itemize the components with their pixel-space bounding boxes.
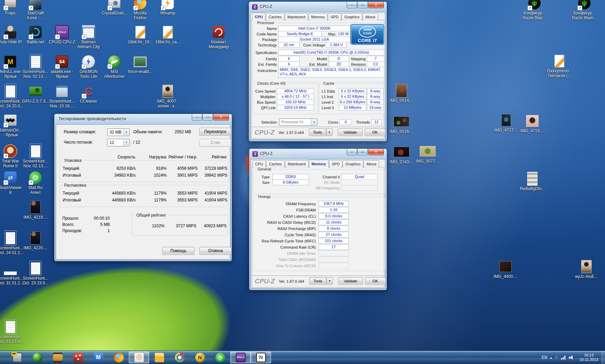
tab-memory-cpu[interactable]: CPU bbox=[252, 160, 266, 168]
desktop-icon-16bitfm-file1[interactable]: 16bit.fm_19... bbox=[126, 25, 155, 44]
volume-icon[interactable] bbox=[569, 355, 574, 360]
desktop-icon-screenhunter-nov10[interactable]: ScreenHunt... Nov. 10 16.... bbox=[48, 84, 76, 108]
taskbar-button-mailru-agent[interactable]: @ bbox=[210, 352, 230, 363]
img-0077-icon bbox=[420, 144, 436, 158]
desktop-icon-razer-mamba-config[interactable]: ψКонфигур... Razer Mam... bbox=[570, 0, 599, 20]
desktop-icon-16bitfm-file2[interactable]: 16bit.fm_ca... bbox=[153, 25, 182, 44]
cancel-button[interactable]: Отмена bbox=[199, 247, 232, 255]
desktop-icon-aida64[interactable]: 64aida64.exe - Ярлык bbox=[48, 54, 76, 79]
desktop-icon-img-4727[interactable]: IMG_4727.... bbox=[492, 113, 521, 133]
desktop-icon-wyjc-atue[interactable]: wyJc-AtuE... bbox=[572, 259, 601, 279]
desktop-icon-connect-manager[interactable]: Коннект Менеджер bbox=[204, 25, 233, 49]
desktop-icon-battlenet[interactable]: Battle.net bbox=[21, 25, 50, 44]
hidden-icons-arrow-icon[interactable]: ▴ bbox=[550, 355, 552, 360]
desktop-icon-img-0014[interactable]: IMG_0014.... bbox=[387, 83, 416, 103]
close-button[interactable]: × bbox=[368, 2, 384, 8]
validate-button[interactable]: Validate bbox=[338, 128, 363, 136]
ok-button[interactable]: OK bbox=[365, 128, 385, 136]
minimize-button[interactable]: – bbox=[347, 2, 357, 8]
tools-button[interactable]: Tools bbox=[309, 128, 326, 136]
desktop-icon-batman-arkham-city[interactable]: Batman Arkham City bbox=[74, 25, 103, 49]
tab-cpu-cpu[interactable]: CPU bbox=[252, 13, 265, 21]
show-desktop-button[interactable] bbox=[602, 351, 605, 364]
minimize-button[interactable]: – bbox=[347, 149, 357, 155]
desktop-icon-msi-afterburner[interactable]: MSI Afterburner bbox=[100, 54, 129, 79]
desktop-icon-rw6a9gdfo[interactable]: Rw6a9gDfo... bbox=[518, 171, 547, 191]
desktop-icon-img-4400[interactable]: IMG_4400.... bbox=[491, 259, 520, 279]
tab-memory-memory[interactable]: Memory bbox=[309, 160, 329, 168]
maximize-button[interactable]: □ bbox=[357, 2, 368, 8]
taskbar-button-webcam-sphere[interactable] bbox=[27, 352, 48, 363]
desktop-icon-crystaldiskinfo[interactable]: CrystalDiskI... bbox=[100, 0, 129, 15]
batman-arkham-city-icon bbox=[81, 25, 96, 39]
tools-dropdown-button[interactable]: ▼ bbox=[326, 277, 333, 285]
desktop-icon-ccleaner[interactable]: CCCleaner bbox=[74, 84, 103, 104]
tab-memory-caches[interactable]: Caches bbox=[266, 160, 284, 168]
tab-cpu-spd[interactable]: SPD bbox=[328, 13, 341, 21]
desktop-icon-razer-blackwidow-config[interactable]: ψКонфигур... Razer Blac... bbox=[520, 0, 549, 20]
desktop-icon-screenhunter-oct31-2[interactable]: ScreenHunt... Oct. 31 01.4... bbox=[0, 320, 25, 344]
threads-select[interactable]: 12 ▼ bbox=[107, 139, 130, 146]
tab-memory-spd[interactable]: SPD bbox=[329, 160, 343, 168]
screenhunter-oct24-2-icon bbox=[2, 231, 18, 245]
tab-cpu-about[interactable]: About bbox=[363, 13, 378, 21]
desktop-icon-img-4007[interactable]: IMG_4007 - копия - к... bbox=[153, 84, 182, 108]
tab-memory-graphics[interactable]: Graphics bbox=[343, 160, 363, 168]
selection-select[interactable]: Processor #1 ▼ bbox=[279, 118, 317, 126]
minimize-button[interactable]: – bbox=[192, 114, 202, 121]
desktop-icon-mozilla-firefox[interactable]: Mozilla Firefox bbox=[126, 0, 155, 20]
desktop-icon-img-4219[interactable]: IMG_4219.... bbox=[21, 200, 50, 220]
tab-memory-mainboard[interactable]: Mainboard bbox=[285, 160, 309, 168]
taskbar-button-mediaget[interactable]: M bbox=[88, 352, 108, 363]
desktop-icon-daemon-tools-lite[interactable]: DAEMON Tools Lite bbox=[74, 54, 103, 79]
desktop-icon-screenhunter-nov02-2[interactable]: ScreenHunt... Nov. 02 13.... bbox=[21, 144, 50, 168]
network-icon[interactable] bbox=[561, 356, 566, 360]
desktop-icon-screenhunter-oct23[interactable]: ScreenHunt... Oct. 23 23.5... bbox=[21, 261, 50, 285]
desktop-icon-batman-origins[interactable]: BatmanOri... - Ярлык bbox=[0, 113, 25, 137]
taskbar-button-chrome[interactable] bbox=[169, 352, 190, 363]
taskbar-button-hand-tool[interactable] bbox=[129, 352, 149, 363]
close-button[interactable]: × bbox=[213, 114, 229, 121]
desktop-icon-img-2143[interactable]: IMG_2143.... bbox=[387, 145, 416, 164]
tab-cpu-graphics[interactable]: Graphics bbox=[342, 13, 362, 21]
dict-size-select[interactable]: 32 MB ▼ bbox=[107, 128, 130, 136]
tab-memory-about[interactable]: About bbox=[364, 160, 379, 168]
restart-button[interactable]: Перезапуск bbox=[199, 128, 231, 136]
tab-cpu-memory[interactable]: Memory bbox=[309, 13, 328, 21]
desktop-icon-mailru-agent[interactable]: @Mail.Ru Агент bbox=[21, 170, 50, 195]
desktop-icon-screenhunter-nov02-1[interactable]: ScreenHunt... Nov. 02 13.... bbox=[21, 54, 50, 79]
taskbar-button-firefox[interactable] bbox=[108, 352, 129, 363]
desktop-icon-img-0016[interactable]: IMG_0016.... bbox=[387, 114, 416, 134]
desktop-icon-winamp[interactable]: Winamp bbox=[153, 0, 182, 15]
action-center-icon[interactable]: ⚐ bbox=[555, 355, 558, 360]
taskbar-clock[interactable]: 16:13 10.11.2013 bbox=[577, 353, 601, 362]
taskbar-button-windows-explorer[interactable] bbox=[149, 352, 169, 363]
maximize-button[interactable]: □ bbox=[357, 149, 368, 155]
tools-button[interactable]: Tools bbox=[309, 277, 326, 285]
language-indicator[interactable]: EN bbox=[542, 355, 547, 360]
taskbar-button-cpuz[interactable]: CPU-Z bbox=[230, 352, 251, 363]
taskbar-button-film-app[interactable] bbox=[48, 352, 68, 363]
tools-dropdown-button[interactable]: ▼ bbox=[326, 128, 333, 136]
stop-button[interactable]: Стоп bbox=[199, 139, 231, 147]
desktop-icon-img-0077[interactable]: IMG_0077.... bbox=[413, 144, 442, 164]
taskbar-button-sevenzip[interactable]: 7z bbox=[251, 352, 271, 363]
desktop-icon-img-4719[interactable]: IMG_4719.... bbox=[518, 114, 547, 133]
desktop-icon-starcraft2[interactable]: StarCraft II.exe - ... bbox=[21, 0, 50, 20]
desktop-icon-gpuz[interactable]: GPU-Z.0.7.3... bbox=[21, 84, 50, 104]
tab-cpu-caches[interactable]: Caches bbox=[266, 13, 284, 21]
bench-group-compress: УпаковкаТекущий6253 KB/s918%4056 MIPS372… bbox=[60, 160, 228, 182]
desktop-icon-force-enable[interactable]: force-enabl... bbox=[126, 54, 155, 74]
taskbar-button-norton[interactable]: N bbox=[190, 352, 210, 363]
desktop-icon-img-4220[interactable]: IMG_4220.... bbox=[21, 231, 50, 250]
taskbar-button-screenhunter[interactable]: 99 bbox=[7, 352, 27, 363]
validate-button[interactable]: Validate bbox=[338, 277, 363, 285]
desktop-icon-cpuid-cpuz[interactable]: CPU-ZCPUID CPU-Z bbox=[48, 25, 76, 44]
ok-button[interactable]: OK bbox=[365, 277, 386, 285]
close-button[interactable]: × bbox=[368, 149, 384, 155]
tab-cpu-mainboard[interactable]: Mainboard bbox=[285, 13, 308, 21]
help-button[interactable]: Помощь bbox=[162, 247, 195, 255]
taskbar-button-red-network-app[interactable] bbox=[68, 352, 88, 363]
maximize-button[interactable]: □ bbox=[202, 114, 213, 121]
desktop-icon-oxxxymiron-track[interactable]: Oxxxymiron - Тентакли (... bbox=[545, 54, 574, 78]
